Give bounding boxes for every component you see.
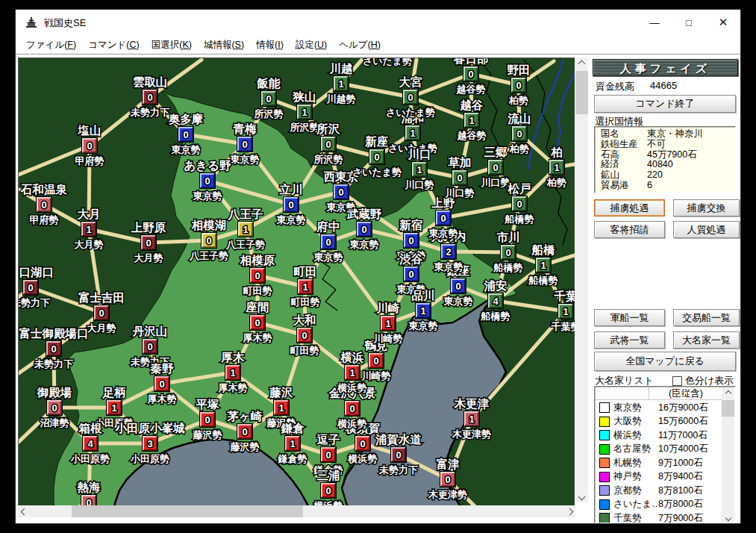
castle-unit-count: 0 bbox=[266, 93, 271, 105]
country-info-row: 石高45万7900石 bbox=[601, 150, 735, 160]
map-vertical-scrollbar[interactable] bbox=[575, 57, 588, 502]
castle-unit-count: 0 bbox=[325, 237, 331, 248]
warship-list-button[interactable]: 軍船一覧 bbox=[594, 309, 665, 326]
country-info-box: 国名東京・神奈川鉄砲生産不可石高45万7900石経済40840鉱山220貿易港6 bbox=[594, 126, 736, 193]
prisoner-treatment-button[interactable]: 捕虜処遇 bbox=[594, 199, 665, 216]
town-owner-label: 鎌倉勢 bbox=[278, 453, 307, 464]
scroll-down-button[interactable] bbox=[575, 490, 588, 502]
castle-unit-count: 1 bbox=[469, 115, 474, 126]
vertical-scroll-thumb[interactable] bbox=[575, 71, 588, 114]
town-owner-label: 船橋勢 bbox=[504, 213, 534, 225]
town-name-label: 平塚 bbox=[196, 398, 220, 411]
menu-country-select[interactable]: 国選択(K) bbox=[146, 35, 198, 52]
castle-unit-count: 1 bbox=[469, 414, 474, 425]
town-owner-label: 厚木勢 bbox=[218, 382, 248, 393]
map-road bbox=[449, 252, 508, 252]
strategy-map[interactable]: 0雲取山未勢力下0奥多摩東京勢0塩山甲府勢0石和温泉甲府勢1大月大月勢0上野原大… bbox=[19, 58, 575, 505]
horizontal-scroll-thumb[interactable] bbox=[72, 505, 303, 517]
town-name-label: 相模湖 bbox=[191, 219, 227, 231]
town-owner-label: 大月勢 bbox=[75, 239, 104, 250]
castle-unit-count: 2 bbox=[446, 246, 451, 258]
daimyo-list-scrollbar[interactable] bbox=[722, 387, 734, 523]
close-button[interactable]: ✕ bbox=[706, 10, 740, 35]
minimize-button[interactable]: — bbox=[637, 10, 672, 35]
castle-unit-count: 0 bbox=[396, 449, 401, 461]
trade-ship-list-button[interactable]: 交易船一覧 bbox=[673, 309, 740, 326]
scroll-right-button[interactable] bbox=[563, 505, 575, 517]
castle-unit-count: 0 bbox=[146, 237, 151, 249]
town-owner-label: 川口勢 bbox=[404, 179, 434, 190]
app-icon bbox=[25, 16, 37, 28]
castle-unit-count: 0 bbox=[408, 235, 413, 246]
map-horizontal-scrollbar[interactable] bbox=[18, 505, 575, 517]
side-panel: 人事フェイズ 資金残高 44665 コマンド終了 選択国情報 国名東京・神奈川鉄… bbox=[590, 57, 740, 523]
color-toggle-checkbox[interactable] bbox=[672, 376, 682, 386]
funds-value: 44665 bbox=[650, 80, 677, 91]
town-owner-label: 船橋勢 bbox=[528, 275, 558, 286]
daimyo-row[interactable]: 札幌勢9万1000石 bbox=[596, 456, 722, 470]
scroll-left-button[interactable] bbox=[18, 505, 30, 517]
daimyo-row[interactable]: 東京勢16万9000石 bbox=[596, 401, 722, 415]
info-value: 6 bbox=[647, 180, 652, 190]
daimyo-row[interactable]: 神戸勢8万9400石 bbox=[596, 470, 722, 484]
menu-info[interactable]: 情報(I) bbox=[250, 35, 290, 52]
end-command-button[interactable]: コマンド終了 bbox=[594, 95, 736, 113]
town-name-label: 大和 bbox=[293, 314, 316, 326]
town-name-label: 塩山 bbox=[78, 124, 101, 137]
castle-unit-count: 0 bbox=[408, 269, 413, 280]
menu-help[interactable]: ヘルプ(H) bbox=[333, 35, 387, 52]
menu-command[interactable]: コマンド(C) bbox=[82, 35, 146, 52]
menu-castle-info[interactable]: 城情報(S) bbox=[198, 35, 250, 52]
daimyo-family-list-button[interactable]: 大名家一覧 bbox=[673, 331, 740, 349]
guest-general-invitation-button[interactable]: 客将招請 bbox=[594, 221, 665, 238]
daimyo-row[interactable]: 名古屋勢10万4000石 bbox=[596, 443, 722, 457]
town-owner-label: 船橋勢 bbox=[481, 311, 510, 322]
daimyo-koku-column-header: (臣従含) bbox=[649, 387, 722, 400]
list-scroll-up-button[interactable] bbox=[722, 387, 734, 399]
daimyo-name: 京都勢 bbox=[613, 484, 658, 497]
back-to-national-map-button[interactable]: 全国マップに戻る bbox=[594, 352, 736, 371]
menu-file[interactable]: ファイル(F) bbox=[20, 35, 82, 52]
castle-unit-count: 0 bbox=[325, 139, 331, 150]
daimyo-row[interactable]: 横浜勢11万7000石 bbox=[596, 428, 722, 443]
map-town[interactable]: 0野田柏勢 bbox=[507, 63, 531, 106]
general-list-button[interactable]: 武将一覧 bbox=[594, 331, 665, 349]
info-value: 220 bbox=[647, 169, 663, 180]
map-road bbox=[89, 443, 90, 502]
funds-row: 資金残高 44665 bbox=[596, 80, 634, 93]
daimyo-row[interactable]: 千葉勢7万9000石 bbox=[596, 511, 722, 523]
castle-unit-count: 0 bbox=[516, 80, 521, 91]
town-name-label: 富士吉田 bbox=[78, 291, 125, 304]
daimyo-list-column-header: (臣従含) bbox=[596, 387, 722, 400]
town-owner-label: 藤沢勢 bbox=[193, 429, 222, 440]
daimyo-row[interactable]: 京都勢8万8100石 bbox=[596, 484, 722, 498]
list-scroll-thumb[interactable] bbox=[722, 400, 734, 417]
list-scroll-down-button[interactable] bbox=[722, 512, 734, 523]
prisoner-exchange-button[interactable]: 捕虜交換 bbox=[673, 199, 740, 216]
castle-unit-count: 0 bbox=[254, 317, 260, 328]
daimyo-list[interactable]: (臣従含) 東京勢16万9000石大阪勢15万6000石横浜勢11万7000石名… bbox=[594, 386, 736, 523]
scroll-up-button[interactable] bbox=[575, 57, 588, 69]
castle-unit-count: 0 bbox=[28, 282, 33, 293]
town-owner-label: 東京勢 bbox=[349, 239, 379, 250]
town-owner-label: 藤沢勢 bbox=[230, 441, 260, 452]
castle-unit-count: 0 bbox=[338, 187, 343, 198]
maximize-button[interactable]: □ bbox=[672, 10, 706, 35]
town-owner-label: 東京勢 bbox=[171, 144, 201, 155]
info-value: 45万7900石 bbox=[647, 149, 697, 160]
map-viewport[interactable]: 0雲取山未勢力下0奥多摩東京勢0塩山甲府勢0石和温泉甲府勢1大月大月勢0上野原大… bbox=[18, 57, 575, 505]
castle-unit-count: 0 bbox=[242, 426, 247, 437]
chevron-right-icon bbox=[566, 508, 573, 515]
town-owner-label: 町田勢 bbox=[290, 345, 319, 356]
castle-unit-count: 1 bbox=[385, 318, 390, 329]
hostage-treatment-button[interactable]: 人質処遇 bbox=[673, 221, 740, 238]
daimyo-row[interactable]: さいたま…8万8000石 bbox=[596, 498, 722, 512]
daimyo-name: 千葉勢 bbox=[613, 512, 658, 523]
town-name-label: 青梅 bbox=[233, 122, 257, 135]
info-value: 40840 bbox=[647, 159, 673, 169]
town-owner-label: 越谷勢 bbox=[457, 130, 487, 141]
country-info-row: 鉄砲生産不可 bbox=[601, 140, 735, 150]
menu-settings[interactable]: 設定(U) bbox=[290, 35, 333, 52]
daimyo-row[interactable]: 大阪勢15万6000石 bbox=[596, 415, 722, 429]
town-owner-label: 大月勢 bbox=[87, 322, 116, 334]
